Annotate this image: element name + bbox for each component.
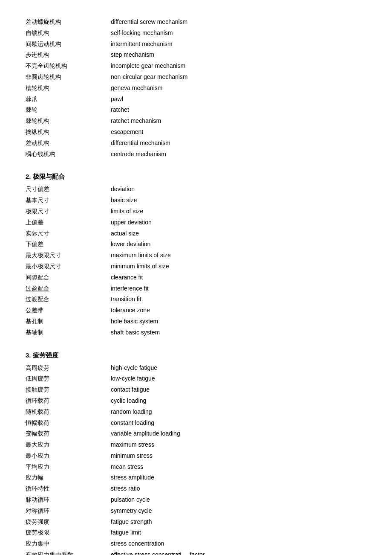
term-english: pulsation cycle [111,495,366,505]
term-chinese: 对称循环 [26,506,111,516]
term-english: effective stress concentratifactor [111,550,366,555]
term-row: 基本尺寸basic size [26,195,366,206]
term-row: 差动螺旋机构differential screw mechanism [26,17,366,27]
term-chinese: 差动螺旋机构 [26,17,111,27]
term-row: 有效应力集中系数effective stress concentratifact… [26,550,366,555]
term-english: hole basic system [111,317,366,327]
term-chinese: 极限尺寸 [26,206,111,217]
term-english: limits of size [111,206,366,217]
term-row: 接触疲劳contact fatigue [26,385,366,395]
term-row: 低周疲劳low-cycle fatigue [26,374,366,384]
term-row: 步进机构step mechanism [26,50,366,60]
term-english: intermittent mechanism [111,39,366,49]
term-row: 最小应力minimum stress [26,451,366,461]
term-row: 棘轮ratchet [26,105,366,115]
term-chinese: 下偏差 [26,239,111,250]
term-english: high-cycle fatigue [111,363,366,373]
term-row: 恒幅载荷constant loading [26,418,366,428]
term-row: 最大极限尺寸maximum limits of size [26,250,366,261]
term-english: differential screw mechanism [111,17,366,27]
term-row: 过渡配合transition fit [26,294,366,305]
term-english: cyclic loading [111,396,366,406]
term-chinese: 棘轮 [26,105,111,115]
term-row: 差动机构differential mechanism [26,138,366,148]
term-english: ratchet mechanism [111,116,366,126]
term-chinese: 擒纵机构 [26,127,111,137]
term-english: upper deviation [111,218,366,228]
term-english: fatigue strength [111,517,366,527]
term-chinese: 过渡配合 [26,294,111,305]
term-english: basic size [111,195,366,206]
term-chinese: 应力集中 [26,539,111,549]
term-row: 过盈配合interference fit [26,284,366,294]
term-english: pawl [111,94,366,105]
term-row: 槽轮机构geneva mechanism [26,83,366,93]
term-chinese: 接触疲劳 [26,385,111,395]
term-row: 上偏差upper deviation [26,218,366,228]
term-chinese: 尺寸偏差 [26,184,111,195]
term-english: stress amplitude [111,473,366,483]
term-english: ratchet [111,105,366,115]
term-english: transition fit [111,294,366,305]
term-english: stress ratio [111,484,366,494]
term-english: tolerance zone [111,305,366,316]
term-english: stress concentration [111,539,366,549]
term-english: minimum stress [111,451,366,461]
term-row: 擒纵机构escapement [26,127,366,137]
term-chinese: 公差带 [26,305,111,316]
term-row: 循环特性stress ratio [26,484,366,494]
term-row: 疲劳强度fatigue strength [26,517,366,527]
term-english: deviation [111,184,366,195]
term-english: centrode mechanism [111,149,366,160]
term-row: 公差带tolerance zone [26,305,366,316]
main-content: 差动螺旋机构differential screw mechanism自锁机构se… [26,17,366,555]
term-chinese: 自锁机构 [26,28,111,38]
term-row: 极限尺寸limits of size [26,206,366,217]
term-chinese: 实际尺寸 [26,229,111,239]
term-chinese: 最大极限尺寸 [26,250,111,261]
term-english: minimum limits of size [111,262,366,272]
term-english: self-locking mechanism [111,28,366,38]
term-row: 基孔制hole basic system [26,317,366,327]
term-row: 高周疲劳high-cycle fatigue [26,363,366,373]
term-english: geneva mechanism [111,83,366,93]
term-english: random loading [111,407,366,417]
term-chinese: 有效应力集中系数 [26,550,111,555]
term-chinese: 最小极限尺寸 [26,262,111,272]
term-chinese: 循环特性 [26,484,111,494]
term-english: low-cycle fatigue [111,374,366,384]
term-chinese: 棘爪 [26,94,111,105]
term-chinese: 基轴制 [26,328,111,338]
term-chinese: 差动机构 [26,138,111,148]
term-row: 最小极限尺寸minimum limits of size [26,262,366,272]
term-english: actual size [111,229,366,239]
term-english: fatigue limit [111,528,366,538]
term-chinese: 应力幅 [26,473,111,483]
term-row: 应力集中stress concentration [26,539,366,549]
term-chinese: 过盈配合 [26,284,111,294]
term-chinese: 非圆齿轮机构 [26,72,111,82]
term-chinese: 疲劳极限 [26,528,111,538]
term-chinese: 循环载荷 [26,396,111,406]
term-english: clearance fit [111,273,366,283]
term-english: maximum stress [111,440,366,450]
term-english: interference fit [111,284,366,294]
section-header-limits-fits: 2. 极限与配合 [26,173,366,181]
term-row: 实际尺寸actual size [26,229,366,239]
term-row: 不完全齿轮机构incomplete gear mechanism [26,61,366,71]
term-row: 瞬心线机构centrode mechanism [26,149,366,160]
term-row: 应力幅stress amplitude [26,473,366,483]
term-english: maximum limits of size [111,250,366,261]
term-row: 脉动循环pulsation cycle [26,495,366,505]
term-row: 棘轮机构ratchet mechanism [26,116,366,126]
term-chinese: 槽轮机构 [26,83,111,93]
term-chinese: 基孔制 [26,317,111,327]
term-english: mean stress [111,462,366,472]
term-english: step mechanism [111,50,366,60]
term-english: incomplete gear mechanism [111,61,366,71]
term-chinese: 变幅载荷 [26,429,111,439]
term-chinese: 恒幅载荷 [26,418,111,428]
term-row: 非圆齿轮机构non-circular gear mechanism [26,72,366,82]
term-english: variable amplitude loading [111,429,366,439]
term-chinese: 最大应力 [26,440,111,450]
